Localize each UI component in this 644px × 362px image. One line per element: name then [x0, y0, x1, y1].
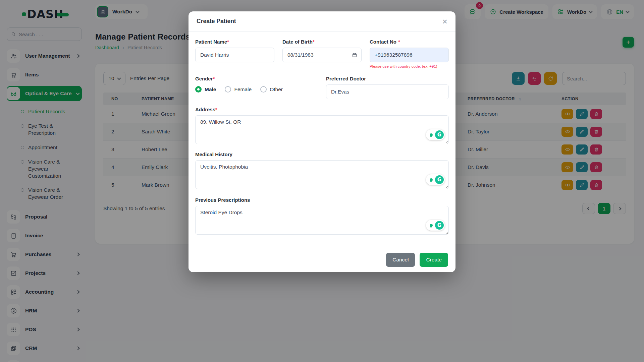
- medical-history-label: Medical History: [195, 152, 449, 157]
- dob-label: Date of Birth*: [282, 39, 362, 45]
- app-root: DASH User Management Items: [0, 0, 644, 362]
- gender-radio-group: Male Female Other: [195, 86, 318, 93]
- address-field-group: Address* 89. Willow St, OR G: [195, 107, 449, 145]
- previous-prescriptions-field-group: Previous Prescriptions Steroid Eye Drops…: [195, 197, 449, 236]
- previous-prescriptions-label: Previous Prescriptions: [195, 197, 449, 203]
- required-asterisk: *: [213, 76, 215, 81]
- gender-male-radio[interactable]: Male: [195, 86, 216, 93]
- preferred-doctor-field-group: Preferred Doctor: [326, 76, 449, 99]
- create-button[interactable]: Create: [420, 253, 448, 267]
- modal-header: Create Patient ×: [189, 11, 455, 32]
- grammarly-widget[interactable]: G: [426, 174, 445, 185]
- required-asterisk: *: [215, 107, 217, 112]
- address-label: Address*: [195, 107, 449, 112]
- medical-history-textarea[interactable]: Uveitis, Photophobia: [195, 160, 449, 189]
- grammarly-g-icon[interactable]: G: [435, 221, 444, 230]
- modal-footer: Cancel Create: [189, 247, 455, 272]
- modal-title: Create Patient: [197, 18, 236, 25]
- create-patient-modal: Create Patient × Patient Name* Date of B…: [189, 11, 455, 272]
- dob-field-group: Date of Birth* 08/31/1983: [282, 39, 362, 68]
- required-asterisk: *: [398, 39, 400, 45]
- patient-name-field-group: Patient Name*: [195, 39, 274, 68]
- calendar-icon[interactable]: [352, 52, 357, 58]
- contact-input[interactable]: [370, 48, 449, 62]
- previous-prescriptions-textarea[interactable]: Steroid Eye Drops: [195, 206, 449, 235]
- gender-field-group: Gender* Male Female Other: [195, 76, 318, 99]
- medical-history-field-group: Medical History Uveitis, Photophobia G: [195, 152, 449, 190]
- gender-label: Gender*: [195, 76, 318, 81]
- gender-female-radio[interactable]: Female: [225, 86, 252, 93]
- grammarly-suggestion-icon[interactable]: [427, 221, 435, 229]
- grammarly-suggestion-icon[interactable]: [427, 131, 435, 139]
- radio-icon: [225, 86, 231, 93]
- patient-name-input[interactable]: [195, 48, 274, 62]
- grammarly-g-icon[interactable]: G: [435, 175, 444, 184]
- preferred-doctor-label: Preferred Doctor: [326, 76, 449, 81]
- close-icon[interactable]: ×: [442, 17, 447, 26]
- modal-body: Patient Name* Date of Birth* 08/31/1983 …: [189, 32, 455, 238]
- grammarly-widget[interactable]: G: [426, 129, 445, 140]
- gender-other-radio[interactable]: Other: [260, 86, 283, 93]
- grammarly-g-icon[interactable]: G: [435, 130, 444, 139]
- dob-input[interactable]: 08/31/1983: [282, 48, 362, 62]
- required-asterisk: *: [313, 39, 315, 45]
- address-textarea[interactable]: 89. Willow St, OR: [195, 115, 449, 144]
- required-asterisk: *: [227, 39, 229, 45]
- patient-name-label: Patient Name*: [195, 39, 274, 45]
- contact-helper-text: Please use with country code. (ex. +91): [370, 64, 449, 68]
- grammarly-widget[interactable]: G: [426, 220, 445, 231]
- radio-icon: [260, 86, 267, 93]
- cancel-button[interactable]: Cancel: [386, 253, 415, 267]
- preferred-doctor-input[interactable]: [326, 84, 449, 99]
- contact-label: Contact No*: [370, 39, 449, 45]
- grammarly-suggestion-icon[interactable]: [427, 176, 435, 184]
- contact-field-group: Contact No* Please use with country code…: [370, 39, 449, 68]
- radio-selected-icon: [195, 86, 202, 93]
